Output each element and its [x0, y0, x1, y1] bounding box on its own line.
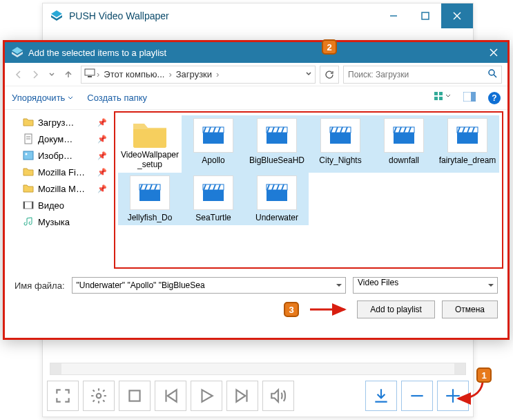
chevron-right-icon: › — [167, 69, 173, 79]
app-title: PUSH Video Wallpaper — [69, 10, 378, 21]
breadcrumb[interactable]: › Этот компью... › Загрузки › — [81, 66, 316, 84]
remove-button[interactable] — [401, 381, 433, 411]
svg-rect-37 — [23, 202, 25, 209]
search-box[interactable] — [343, 66, 502, 84]
preview-pane-button[interactable] — [463, 92, 476, 104]
maximize-button[interactable] — [409, 3, 441, 28]
video-file-icon — [447, 118, 487, 153]
forward-button[interactable] — [27, 66, 43, 83]
file-type-filter[interactable]: Video Files — [353, 277, 498, 294]
document-icon — [23, 133, 34, 144]
app-titlebar: PUSH Video Wallpaper — [43, 3, 473, 28]
file-label: VideoWallpaper_setup — [119, 150, 180, 170]
settings-button[interactable] — [83, 381, 115, 411]
window-controls — [378, 3, 473, 28]
svg-rect-22 — [88, 76, 92, 77]
file-item-citynights[interactable]: City_Nights — [309, 115, 372, 173]
playlist-scrollbar[interactable] — [50, 363, 466, 375]
prev-button[interactable] — [155, 381, 186, 411]
svg-rect-38 — [32, 202, 33, 209]
svg-rect-21 — [85, 69, 95, 75]
sidebar-item-pictures[interactable]: Изобр…📌 — [5, 147, 113, 164]
sidebar-item-mozilla-m[interactable]: Mozilla M…📌 — [5, 180, 113, 197]
breadcrumb-seg-downloads[interactable]: Загрузки — [173, 69, 215, 79]
add-to-playlist-button[interactable]: Add to playlist — [357, 300, 435, 318]
chevron-right-icon: › — [95, 69, 101, 79]
search-input[interactable] — [348, 70, 487, 79]
svg-rect-3 — [422, 12, 429, 19]
file-label: Underwater — [255, 213, 298, 222]
next-button[interactable] — [226, 381, 258, 411]
svg-rect-25 — [434, 92, 438, 95]
arrow-icon — [309, 303, 350, 316]
play-button[interactable] — [191, 381, 222, 411]
arrow-icon — [453, 381, 486, 410]
new-folder-button[interactable]: Создать папку — [87, 93, 147, 103]
file-label: downfall — [389, 155, 419, 165]
file-item-underwater[interactable]: Underwater — [245, 173, 309, 225]
svg-rect-30 — [471, 92, 476, 102]
breadcrumb-seg-computer[interactable]: Этот компью... — [101, 69, 167, 79]
organize-menu[interactable]: Упорядочить — [12, 93, 73, 103]
folder-item[interactable]: VideoWallpaper_setup — [118, 115, 182, 173]
svg-marker-12 — [236, 390, 245, 401]
fullscreen-button[interactable] — [47, 381, 79, 411]
file-item-bigbluesea[interactable]: BigBlueSeaHD — [245, 115, 309, 173]
player-toolbar — [47, 379, 469, 412]
svg-point-6 — [97, 394, 101, 399]
up-button[interactable] — [60, 66, 77, 83]
sidebar-item-downloads[interactable]: Загруз…📌 — [5, 114, 113, 131]
view-mode-button[interactable] — [434, 92, 451, 104]
file-item-seaturtle[interactable]: SeaTurtle — [182, 173, 245, 225]
breadcrumb-dropdown[interactable] — [305, 69, 312, 79]
video-file-icon — [193, 175, 233, 210]
action-row: 3 Add to playlist Отмена — [5, 298, 507, 325]
svg-line-24 — [494, 75, 496, 77]
sidebar-item-mozilla-fi[interactable]: Mozilla Fi…📌 — [5, 164, 113, 180]
nav-bar: › Этот компью... › Загрузки › — [5, 63, 507, 86]
filename-input[interactable] — [72, 277, 346, 294]
sidebar-item-videos[interactable]: Видео — [5, 197, 113, 213]
filename-label: Имя файла: — [14, 280, 65, 291]
file-item-fairytale[interactable]: fairytale_dream — [436, 115, 499, 173]
svg-marker-0 — [51, 10, 62, 17]
file-label: BigBlueSeaHD — [249, 155, 304, 165]
svg-rect-75 — [203, 190, 224, 201]
close-button[interactable] — [441, 3, 473, 28]
recent-dropdown[interactable] — [43, 66, 60, 83]
dialog-close-button[interactable] — [480, 42, 507, 63]
back-button[interactable] — [10, 66, 27, 83]
download-button[interactable] — [365, 381, 397, 411]
file-item-jellyfish[interactable]: Jellyfish_Do — [118, 173, 182, 225]
file-item-apollo[interactable]: Apollo — [182, 115, 245, 173]
svg-point-23 — [489, 70, 494, 75]
video-file-icon — [320, 118, 360, 153]
svg-rect-45 — [267, 133, 287, 144]
file-label: Jellyfish_Do — [128, 213, 173, 222]
video-file-icon — [257, 118, 297, 153]
video-file-icon — [257, 175, 297, 210]
svg-rect-51 — [330, 133, 351, 144]
filename-row: Имя файла: Video Files — [5, 270, 507, 298]
refresh-button[interactable] — [320, 66, 339, 84]
folder-icon — [23, 117, 34, 128]
svg-rect-7 — [129, 390, 139, 401]
video-icon — [23, 200, 34, 211]
file-label: SeaTurtle — [195, 213, 231, 222]
video-file-icon — [130, 175, 170, 210]
file-item-downfall[interactable]: downfall — [372, 115, 436, 173]
chevron-right-icon: › — [215, 69, 220, 79]
sidebar-item-music[interactable]: Музыка — [5, 213, 113, 230]
cancel-button[interactable]: Отмена — [442, 300, 498, 318]
svg-rect-36 — [23, 202, 33, 209]
volume-button[interactable] — [262, 381, 294, 411]
svg-rect-57 — [394, 133, 414, 144]
stop-button[interactable] — [119, 381, 151, 411]
svg-marker-13 — [271, 390, 278, 401]
file-browser: Загруз…📌 Докум…📌 Изобр…📌 Mozilla Fi…📌 Mo… — [5, 110, 507, 270]
video-file-icon — [193, 118, 233, 153]
help-button[interactable]: ? — [488, 92, 501, 104]
sidebar-item-documents[interactable]: Докум…📌 — [5, 131, 113, 147]
svg-rect-26 — [439, 92, 443, 95]
minimize-button[interactable] — [378, 3, 409, 28]
